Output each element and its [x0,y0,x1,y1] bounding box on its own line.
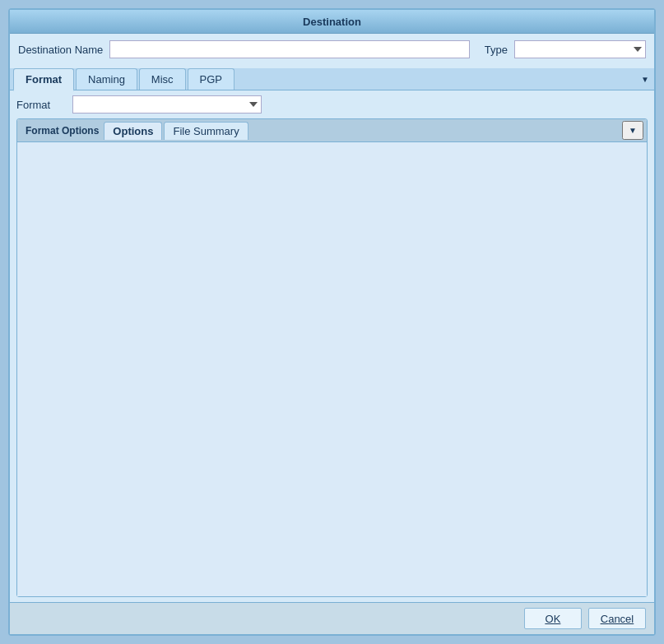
ok-label: OK [546,613,561,625]
dest-name-input[interactable] [109,40,469,58]
cancel-label: Cancel [601,613,634,625]
format-options-section: Format Options Options File Summary ▼ [16,118,648,597]
format-options-dropdown-button[interactable]: ▼ [622,121,643,140]
cancel-button[interactable]: Cancel [588,608,646,629]
format-label: Format [16,99,66,111]
dest-name-label: Destination Name [18,44,103,56]
type-label: Type [485,44,508,56]
format-options-header: Format Options Options File Summary ▼ [17,119,647,142]
top-section: Destination Name Type [10,34,654,68]
dest-name-row: Destination Name Type [18,40,646,58]
type-select[interactable] [514,40,646,58]
title-bar: Destination [10,10,654,34]
dialog-title: Destination [303,16,361,28]
tab-misc[interactable]: Misc [139,68,186,90]
sub-tab-file-summary[interactable]: File Summary [164,122,248,140]
bottom-bar: OK Cancel [10,602,654,634]
format-options-body [17,142,647,596]
tab-naming[interactable]: Naming [76,68,137,90]
format-select[interactable] [72,95,262,114]
destination-dialog: Destination Destination Name Type Format… [8,8,656,636]
tab-format[interactable]: Format [13,68,74,91]
tab-pgp[interactable]: PGP [188,68,234,90]
main-tabs: Format Naming Misc PGP ▼ [10,68,654,90]
format-row: Format [16,95,648,114]
sub-tab-options[interactable]: Options [104,122,162,140]
format-options-title: Format Options [21,123,104,139]
main-tabs-dropdown-button[interactable]: ▼ [636,72,654,87]
ok-button[interactable]: OK [524,608,582,629]
content-area: Format Format Options Options File Summa… [10,90,654,602]
